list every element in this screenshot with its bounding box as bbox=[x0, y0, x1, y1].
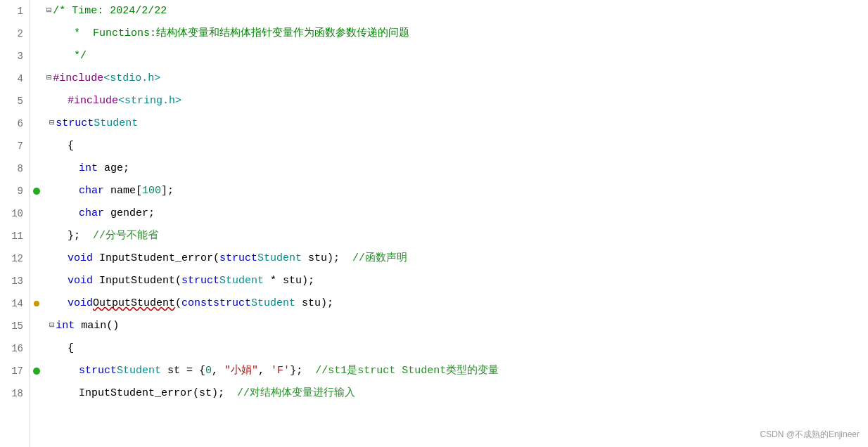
gutter-cell bbox=[30, 22, 44, 45]
code-line: void OutputStudent(const struct Student … bbox=[44, 292, 868, 315]
breakpoint-yellow[interactable] bbox=[34, 301, 39, 306]
code-line: InputStudent_error(st); //对结构体变量进行输入 bbox=[44, 382, 868, 405]
gutter-cell bbox=[30, 0, 44, 22]
line-number: 11 bbox=[0, 225, 29, 247]
gutter-cell bbox=[30, 382, 44, 405]
breakpoint-green[interactable] bbox=[33, 188, 40, 195]
gutter-cell bbox=[30, 360, 44, 382]
line-number: 15 bbox=[0, 315, 29, 337]
gutter-cell bbox=[30, 90, 44, 112]
code-line: void InputStudent(struct Student * stu); bbox=[44, 270, 868, 292]
line-number: 12 bbox=[0, 247, 29, 270]
line-number: 1 bbox=[0, 0, 29, 22]
collapse-icon[interactable]: ⊟ bbox=[49, 319, 54, 332]
line-number: 10 bbox=[0, 202, 29, 225]
line-number: 14 bbox=[0, 292, 29, 315]
code-line: #include <string.h> bbox=[44, 90, 868, 112]
code-line: * Functions:结构体变量和结构体指针变量作为函数参数传递的问题 bbox=[44, 22, 868, 45]
line-number: 9 bbox=[0, 180, 29, 202]
gutter-cell bbox=[30, 45, 44, 67]
collapse-icon[interactable]: ⊟ bbox=[46, 4, 51, 18]
line-number: 7 bbox=[0, 135, 29, 157]
code-line: */ bbox=[44, 45, 868, 67]
code-line: struct Student st = {0, "小娟", 'F'}; //st… bbox=[44, 360, 868, 382]
code-line: ⊟int main() bbox=[44, 315, 868, 337]
gutter-cell bbox=[30, 292, 44, 315]
line-number: 4 bbox=[0, 67, 29, 90]
line-number: 2 bbox=[0, 22, 29, 45]
line-number: 18 bbox=[0, 382, 29, 405]
code-line: int age; bbox=[44, 157, 868, 180]
code-area: 123456789101112131415161718 ⊟/* Time: 20… bbox=[0, 0, 868, 447]
code-line: }; //分号不能省 bbox=[44, 225, 868, 247]
code-lines: ⊟/* Time: 2024/2/22 * Functions:结构体变量和结构… bbox=[44, 0, 868, 447]
code-line: { bbox=[44, 135, 868, 157]
collapse-icon[interactable]: ⊟ bbox=[49, 117, 54, 130]
gutter-cell bbox=[30, 202, 44, 225]
collapse-icon[interactable]: ⊟ bbox=[46, 72, 51, 85]
gutter-cell bbox=[30, 247, 44, 270]
line-number: 13 bbox=[0, 270, 29, 292]
code-line: ⊟/* Time: 2024/2/22 bbox=[44, 0, 868, 22]
watermark: CSDN @不成熟的Enjineer bbox=[760, 428, 860, 441]
code-line: ⊟#include <stdio.h> bbox=[44, 67, 868, 90]
line-numbers: 123456789101112131415161718 bbox=[0, 0, 30, 447]
gutter-cell bbox=[30, 112, 44, 135]
code-line: { bbox=[44, 337, 868, 360]
breakpoint-green[interactable] bbox=[33, 368, 40, 375]
gutter-cell bbox=[30, 157, 44, 180]
gutter-cell bbox=[30, 180, 44, 202]
gutter-cell bbox=[30, 135, 44, 157]
line-number: 17 bbox=[0, 360, 29, 382]
gutter-cell bbox=[30, 225, 44, 247]
gutter-cell bbox=[30, 337, 44, 360]
line-number: 8 bbox=[0, 157, 29, 180]
code-editor: 123456789101112131415161718 ⊟/* Time: 20… bbox=[0, 0, 868, 447]
code-line: char name[100]; bbox=[44, 180, 868, 202]
gutter-cell bbox=[30, 315, 44, 337]
line-number: 16 bbox=[0, 337, 29, 360]
code-line: ⊟struct Student bbox=[44, 112, 868, 135]
gutter bbox=[30, 0, 44, 447]
code-line: char gender; bbox=[44, 202, 868, 225]
gutter-cell bbox=[30, 270, 44, 292]
line-number: 6 bbox=[0, 112, 29, 135]
line-number: 5 bbox=[0, 90, 29, 112]
line-number: 3 bbox=[0, 45, 29, 67]
gutter-cell bbox=[30, 67, 44, 90]
code-line: void InputStudent_error(struct Student s… bbox=[44, 247, 868, 270]
